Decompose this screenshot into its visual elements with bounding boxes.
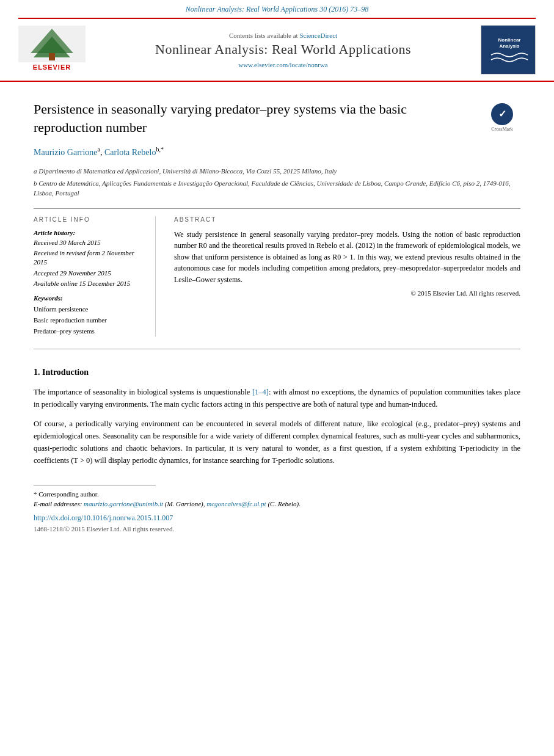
crossmark-badge: ✓ CrossMark: [484, 103, 520, 134]
intro-paragraph-1: The importance of seasonality in biologi…: [34, 386, 520, 410]
history-label: Article history:: [34, 229, 143, 236]
authors-line: Maurizio Garrionea, Carlota Rebelob,*: [34, 146, 520, 158]
main-content: Persistence in seasonally varying predat…: [0, 82, 554, 551]
journal-header-center: Contents lists available at ScienceDirec…: [98, 32, 468, 68]
section-divider: [34, 208, 520, 209]
elsevier-logo: ELSEVIER: [18, 26, 86, 74]
author2-link[interactable]: Carlota Rebelo: [104, 148, 156, 157]
section-divider-2: [34, 349, 520, 349]
journal-logo-box: Nonlinear Analysis: [481, 25, 536, 75]
accepted-date: Accepted 29 November 2015: [34, 269, 143, 278]
contents-available: Contents lists available at ScienceDirec…: [98, 32, 468, 39]
two-col-section: ARTICLE INFO Article history: Received 3…: [34, 216, 520, 337]
ref-1-4[interactable]: [1–4]: [252, 388, 269, 396]
keyword3: Predator–prey systems: [34, 326, 143, 337]
affiliation-b: b Centro de Matemática, Aplicações Funda…: [34, 178, 520, 198]
svg-rect-5: [485, 29, 534, 69]
abstract-header: ABSTRACT: [174, 216, 520, 223]
keyword1: Uniform persistence: [34, 304, 143, 315]
abstract-col: ABSTRACT We study persistence in general…: [174, 216, 520, 337]
intro-section-title: 1. Introduction: [34, 368, 520, 377]
doi-link[interactable]: http://dx.doi.org/10.1016/j.nonrwa.2015.…: [34, 514, 520, 523]
svg-text:Analysis: Analysis: [500, 43, 520, 49]
author1-link[interactable]: Maurizio Garrione: [34, 148, 98, 157]
email2-link[interactable]: mcgoncalves@fc.ul.pt: [206, 500, 266, 507]
email-addresses: E-mail addresses: maurizio.garrione@unim…: [34, 500, 520, 507]
journal-ref-line: Nonlinear Analysis: Real World Applicati…: [0, 0, 554, 18]
received-revised-date: Received in revised form 2 November 2015: [34, 249, 143, 267]
journal-title: Nonlinear Analysis: Real World Applicati…: [98, 42, 468, 57]
keywords-label: Keywords:: [34, 294, 143, 302]
intro-paragraph-2: Of course, a periodically varying enviro…: [34, 418, 520, 467]
available-online-date: Available online 15 December 2015: [34, 279, 143, 288]
article-info-col: ARTICLE INFO Article history: Received 3…: [34, 216, 156, 337]
keywords-section: Keywords: Uniform persistence Basic repr…: [34, 294, 143, 336]
abstract-text: We study persistence in general seasonal…: [174, 229, 520, 286]
issn-line: 1468-1218/© 2015 Elsevier Ltd. All right…: [34, 525, 520, 532]
received-date: Received 30 March 2015: [34, 238, 143, 247]
crossmark-circle: ✓: [491, 103, 513, 125]
footnote-divider: [34, 485, 156, 485]
keyword2: Basic reproduction number: [34, 315, 143, 326]
journal-url: www.elsevier.com/locate/nonrwa: [98, 61, 468, 68]
svg-text:ELSEVIER: ELSEVIER: [33, 64, 71, 71]
article-info-header: ARTICLE INFO: [34, 216, 143, 223]
copyright-line: © 2015 Elsevier Ltd. All rights reserved…: [174, 289, 520, 297]
svg-text:Nonlinear: Nonlinear: [498, 37, 521, 43]
svg-rect-3: [49, 53, 55, 60]
affiliations: a Dipartimento di Matematica ed Applicaz…: [34, 166, 520, 198]
sciencedirect-link[interactable]: ScienceDirect: [299, 32, 337, 39]
email1-link[interactable]: maurizio.garrione@unimib.it: [84, 500, 163, 507]
journal-header: ELSEVIER Contents lists available at Sci…: [0, 19, 554, 82]
corresponding-author-note: * Corresponding author.: [34, 490, 520, 498]
article-title: Persistence in seasonally varying predat…: [34, 100, 520, 136]
affiliation-a: a Dipartimento di Matematica ed Applicaz…: [34, 166, 520, 176]
